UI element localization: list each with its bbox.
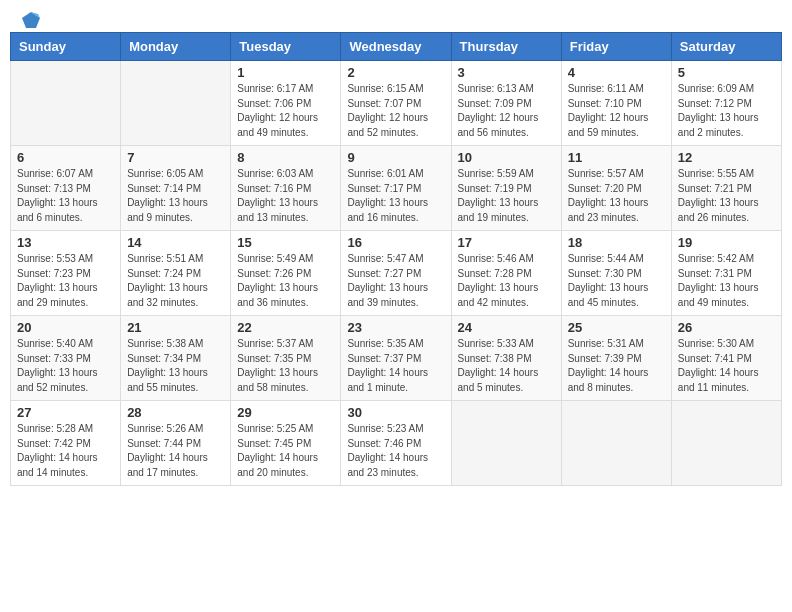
calendar-cell: 1Sunrise: 6:17 AM Sunset: 7:06 PM Daylig…: [231, 61, 341, 146]
day-info: Sunrise: 5:35 AM Sunset: 7:37 PM Dayligh…: [347, 337, 444, 395]
day-number: 13: [17, 235, 114, 250]
calendar-cell: 2Sunrise: 6:15 AM Sunset: 7:07 PM Daylig…: [341, 61, 451, 146]
day-number: 10: [458, 150, 555, 165]
calendar-cell: 6Sunrise: 6:07 AM Sunset: 7:13 PM Daylig…: [11, 146, 121, 231]
col-thursday: Thursday: [451, 33, 561, 61]
day-info: Sunrise: 5:26 AM Sunset: 7:44 PM Dayligh…: [127, 422, 224, 480]
calendar-cell: [671, 401, 781, 486]
day-number: 6: [17, 150, 114, 165]
day-number: 26: [678, 320, 775, 335]
calendar-cell: 22Sunrise: 5:37 AM Sunset: 7:35 PM Dayli…: [231, 316, 341, 401]
calendar-cell: 8Sunrise: 6:03 AM Sunset: 7:16 PM Daylig…: [231, 146, 341, 231]
calendar-cell: 20Sunrise: 5:40 AM Sunset: 7:33 PM Dayli…: [11, 316, 121, 401]
day-number: 17: [458, 235, 555, 250]
day-number: 15: [237, 235, 334, 250]
day-number: 28: [127, 405, 224, 420]
day-number: 20: [17, 320, 114, 335]
day-number: 5: [678, 65, 775, 80]
day-info: Sunrise: 5:25 AM Sunset: 7:45 PM Dayligh…: [237, 422, 334, 480]
calendar-cell: 23Sunrise: 5:35 AM Sunset: 7:37 PM Dayli…: [341, 316, 451, 401]
calendar-cell: 11Sunrise: 5:57 AM Sunset: 7:20 PM Dayli…: [561, 146, 671, 231]
day-number: 3: [458, 65, 555, 80]
day-number: 30: [347, 405, 444, 420]
calendar-cell: 26Sunrise: 5:30 AM Sunset: 7:41 PM Dayli…: [671, 316, 781, 401]
calendar-header-row: Sunday Monday Tuesday Wednesday Thursday…: [11, 33, 782, 61]
page-header: [10, 10, 782, 26]
day-info: Sunrise: 5:38 AM Sunset: 7:34 PM Dayligh…: [127, 337, 224, 395]
week-row-4: 20Sunrise: 5:40 AM Sunset: 7:33 PM Dayli…: [11, 316, 782, 401]
day-info: Sunrise: 5:33 AM Sunset: 7:38 PM Dayligh…: [458, 337, 555, 395]
calendar-cell: 7Sunrise: 6:05 AM Sunset: 7:14 PM Daylig…: [121, 146, 231, 231]
day-number: 21: [127, 320, 224, 335]
calendar-cell: 5Sunrise: 6:09 AM Sunset: 7:12 PM Daylig…: [671, 61, 781, 146]
day-info: Sunrise: 5:49 AM Sunset: 7:26 PM Dayligh…: [237, 252, 334, 310]
day-number: 24: [458, 320, 555, 335]
day-number: 11: [568, 150, 665, 165]
col-saturday: Saturday: [671, 33, 781, 61]
day-info: Sunrise: 6:17 AM Sunset: 7:06 PM Dayligh…: [237, 82, 334, 140]
day-info: Sunrise: 6:15 AM Sunset: 7:07 PM Dayligh…: [347, 82, 444, 140]
calendar-cell: [451, 401, 561, 486]
week-row-1: 1Sunrise: 6:17 AM Sunset: 7:06 PM Daylig…: [11, 61, 782, 146]
day-info: Sunrise: 5:42 AM Sunset: 7:31 PM Dayligh…: [678, 252, 775, 310]
calendar-cell: 13Sunrise: 5:53 AM Sunset: 7:23 PM Dayli…: [11, 231, 121, 316]
col-tuesday: Tuesday: [231, 33, 341, 61]
day-info: Sunrise: 6:07 AM Sunset: 7:13 PM Dayligh…: [17, 167, 114, 225]
week-row-3: 13Sunrise: 5:53 AM Sunset: 7:23 PM Dayli…: [11, 231, 782, 316]
col-monday: Monday: [121, 33, 231, 61]
week-row-2: 6Sunrise: 6:07 AM Sunset: 7:13 PM Daylig…: [11, 146, 782, 231]
calendar-cell: 30Sunrise: 5:23 AM Sunset: 7:46 PM Dayli…: [341, 401, 451, 486]
day-number: 7: [127, 150, 224, 165]
calendar-cell: 4Sunrise: 6:11 AM Sunset: 7:10 PM Daylig…: [561, 61, 671, 146]
col-wednesday: Wednesday: [341, 33, 451, 61]
logo-icon: [20, 10, 42, 32]
day-info: Sunrise: 6:09 AM Sunset: 7:12 PM Dayligh…: [678, 82, 775, 140]
day-number: 8: [237, 150, 334, 165]
calendar-cell: 14Sunrise: 5:51 AM Sunset: 7:24 PM Dayli…: [121, 231, 231, 316]
calendar-cell: 16Sunrise: 5:47 AM Sunset: 7:27 PM Dayli…: [341, 231, 451, 316]
calendar-cell: 25Sunrise: 5:31 AM Sunset: 7:39 PM Dayli…: [561, 316, 671, 401]
day-number: 2: [347, 65, 444, 80]
day-number: 19: [678, 235, 775, 250]
day-info: Sunrise: 5:47 AM Sunset: 7:27 PM Dayligh…: [347, 252, 444, 310]
calendar-cell: 18Sunrise: 5:44 AM Sunset: 7:30 PM Dayli…: [561, 231, 671, 316]
calendar-cell: 21Sunrise: 5:38 AM Sunset: 7:34 PM Dayli…: [121, 316, 231, 401]
day-number: 23: [347, 320, 444, 335]
day-info: Sunrise: 5:59 AM Sunset: 7:19 PM Dayligh…: [458, 167, 555, 225]
day-info: Sunrise: 5:37 AM Sunset: 7:35 PM Dayligh…: [237, 337, 334, 395]
calendar-cell: [11, 61, 121, 146]
day-info: Sunrise: 5:30 AM Sunset: 7:41 PM Dayligh…: [678, 337, 775, 395]
day-number: 9: [347, 150, 444, 165]
day-number: 14: [127, 235, 224, 250]
logo: [18, 10, 42, 26]
col-sunday: Sunday: [11, 33, 121, 61]
col-friday: Friday: [561, 33, 671, 61]
calendar-cell: 24Sunrise: 5:33 AM Sunset: 7:38 PM Dayli…: [451, 316, 561, 401]
calendar-cell: [561, 401, 671, 486]
calendar-cell: 19Sunrise: 5:42 AM Sunset: 7:31 PM Dayli…: [671, 231, 781, 316]
calendar-cell: 12Sunrise: 5:55 AM Sunset: 7:21 PM Dayli…: [671, 146, 781, 231]
day-number: 27: [17, 405, 114, 420]
calendar-cell: [121, 61, 231, 146]
day-info: Sunrise: 6:01 AM Sunset: 7:17 PM Dayligh…: [347, 167, 444, 225]
day-number: 29: [237, 405, 334, 420]
calendar-cell: 3Sunrise: 6:13 AM Sunset: 7:09 PM Daylig…: [451, 61, 561, 146]
calendar-cell: 9Sunrise: 6:01 AM Sunset: 7:17 PM Daylig…: [341, 146, 451, 231]
day-info: Sunrise: 5:23 AM Sunset: 7:46 PM Dayligh…: [347, 422, 444, 480]
day-info: Sunrise: 5:28 AM Sunset: 7:42 PM Dayligh…: [17, 422, 114, 480]
calendar-cell: 10Sunrise: 5:59 AM Sunset: 7:19 PM Dayli…: [451, 146, 561, 231]
day-info: Sunrise: 5:57 AM Sunset: 7:20 PM Dayligh…: [568, 167, 665, 225]
day-info: Sunrise: 5:40 AM Sunset: 7:33 PM Dayligh…: [17, 337, 114, 395]
day-info: Sunrise: 5:44 AM Sunset: 7:30 PM Dayligh…: [568, 252, 665, 310]
day-number: 4: [568, 65, 665, 80]
day-info: Sunrise: 6:05 AM Sunset: 7:14 PM Dayligh…: [127, 167, 224, 225]
calendar-cell: 28Sunrise: 5:26 AM Sunset: 7:44 PM Dayli…: [121, 401, 231, 486]
calendar-cell: 15Sunrise: 5:49 AM Sunset: 7:26 PM Dayli…: [231, 231, 341, 316]
day-info: Sunrise: 5:31 AM Sunset: 7:39 PM Dayligh…: [568, 337, 665, 395]
calendar-cell: 29Sunrise: 5:25 AM Sunset: 7:45 PM Dayli…: [231, 401, 341, 486]
day-info: Sunrise: 6:03 AM Sunset: 7:16 PM Dayligh…: [237, 167, 334, 225]
day-number: 12: [678, 150, 775, 165]
week-row-5: 27Sunrise: 5:28 AM Sunset: 7:42 PM Dayli…: [11, 401, 782, 486]
day-info: Sunrise: 5:51 AM Sunset: 7:24 PM Dayligh…: [127, 252, 224, 310]
day-info: Sunrise: 5:46 AM Sunset: 7:28 PM Dayligh…: [458, 252, 555, 310]
